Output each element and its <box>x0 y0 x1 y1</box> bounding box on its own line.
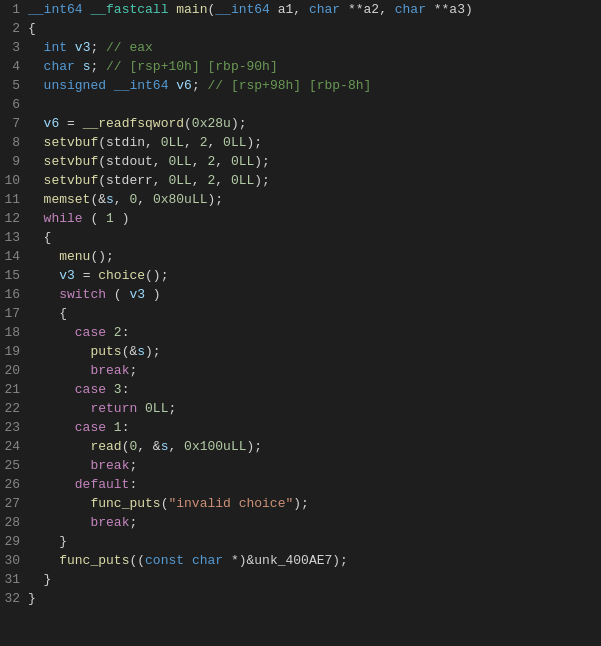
code-token: unsigned <box>44 78 106 93</box>
line-content: v6 = __readfsqword(0x28u); <box>28 114 601 133</box>
line-content: break; <box>28 513 601 532</box>
code-token: a1, <box>270 2 309 17</box>
code-token: 0x100uLL <box>184 439 246 454</box>
code-token: = <box>75 268 98 283</box>
code-token: : <box>122 420 130 435</box>
line-content: __int64 __fastcall main(__int64 a1, char… <box>28 0 601 19</box>
line-content: default: <box>28 475 601 494</box>
line-number: 2 <box>0 19 28 38</box>
code-token <box>28 249 59 264</box>
line-content: } <box>28 589 601 608</box>
code-token: ; <box>129 363 137 378</box>
line-number: 20 <box>0 361 28 380</box>
code-token: { <box>28 230 51 245</box>
line-number: 4 <box>0 57 28 76</box>
code-token <box>28 515 90 530</box>
code-line: 11 memset(&s, 0, 0x80uLL); <box>0 190 601 209</box>
code-token <box>28 78 44 93</box>
code-token: ; <box>168 401 176 416</box>
line-number: 32 <box>0 589 28 608</box>
code-token: char <box>395 2 426 17</box>
code-line: 30 func_puts((const char *)&unk_400AE7); <box>0 551 601 570</box>
line-content: int v3; // eax <box>28 38 601 57</box>
line-number: 9 <box>0 152 28 171</box>
code-token: menu <box>59 249 90 264</box>
code-token <box>28 553 59 568</box>
line-number: 27 <box>0 494 28 513</box>
code-line: 28 break; <box>0 513 601 532</box>
line-content: unsigned __int64 v6; // [rsp+98h] [rbp-8… <box>28 76 601 95</box>
code-token: (); <box>145 268 168 283</box>
line-content: return 0LL; <box>28 399 601 418</box>
code-line: 20 break; <box>0 361 601 380</box>
line-number: 15 <box>0 266 28 285</box>
code-token: read <box>90 439 121 454</box>
line-number: 28 <box>0 513 28 532</box>
code-token <box>28 211 44 226</box>
line-number: 7 <box>0 114 28 133</box>
line-number: 19 <box>0 342 28 361</box>
code-token: v3 <box>75 40 91 55</box>
line-content: v3 = choice(); <box>28 266 601 285</box>
code-token: 0LL <box>168 173 191 188</box>
line-number: 3 <box>0 38 28 57</box>
code-token: func_puts <box>59 553 129 568</box>
code-token: 3 <box>114 382 122 397</box>
line-content: { <box>28 19 601 38</box>
code-token: main <box>176 2 207 17</box>
line-number: 8 <box>0 133 28 152</box>
code-token: ( <box>184 116 192 131</box>
code-token <box>28 135 44 150</box>
code-token: 0LL <box>168 154 191 169</box>
code-token: case <box>75 420 106 435</box>
code-token: 0x28u <box>192 116 231 131</box>
code-token: : <box>122 382 130 397</box>
code-token: __readfsqword <box>83 116 184 131</box>
code-token: case <box>75 325 106 340</box>
code-token: switch <box>59 287 106 302</box>
code-token <box>106 78 114 93</box>
code-line: 16 switch ( v3 ) <box>0 285 601 304</box>
code-token: ( <box>106 287 129 302</box>
code-token: // eax <box>106 40 153 55</box>
code-token: // [rsp+98h] [rbp-8h] <box>207 78 371 93</box>
line-content: memset(&s, 0, 0x80uLL); <box>28 190 601 209</box>
line-content: { <box>28 228 601 247</box>
code-token: ); <box>254 154 270 169</box>
code-token: (); <box>90 249 113 264</box>
code-token: } <box>28 572 51 587</box>
code-token: v3 <box>59 268 75 283</box>
code-line: 6 <box>0 95 601 114</box>
code-token: ); <box>246 135 262 150</box>
line-content: setvbuf(stdout, 0LL, 2, 0LL); <box>28 152 601 171</box>
code-token: **a3) <box>426 2 473 17</box>
code-token: ; <box>192 78 208 93</box>
code-token: choice <box>98 268 145 283</box>
line-number: 21 <box>0 380 28 399</box>
code-token: int <box>44 40 67 55</box>
line-number: 23 <box>0 418 28 437</box>
code-token: , <box>192 173 208 188</box>
code-token <box>67 40 75 55</box>
code-line: 2{ <box>0 19 601 38</box>
code-token <box>137 401 145 416</box>
code-token: // [rsp+10h] [rbp-90h] <box>106 59 278 74</box>
code-line: 24 read(0, &s, 0x100uLL); <box>0 437 601 456</box>
code-line: 12 while ( 1 ) <box>0 209 601 228</box>
code-token: const <box>145 553 184 568</box>
code-token <box>28 496 90 511</box>
code-token: 0LL <box>231 154 254 169</box>
code-line: 8 setvbuf(stdin, 0LL, 2, 0LL); <box>0 133 601 152</box>
code-token: char <box>192 553 223 568</box>
code-line: 5 unsigned __int64 v6; // [rsp+98h] [rbp… <box>0 76 601 95</box>
code-token <box>28 325 75 340</box>
code-token: 0LL <box>231 173 254 188</box>
code-line: 4 char s; // [rsp+10h] [rbp-90h] <box>0 57 601 76</box>
code-line: 26 default: <box>0 475 601 494</box>
code-token <box>28 59 44 74</box>
code-token: ( <box>83 211 106 226</box>
line-number: 13 <box>0 228 28 247</box>
code-line: 23 case 1: <box>0 418 601 437</box>
code-token: setvbuf <box>44 154 99 169</box>
code-token: = <box>59 116 82 131</box>
